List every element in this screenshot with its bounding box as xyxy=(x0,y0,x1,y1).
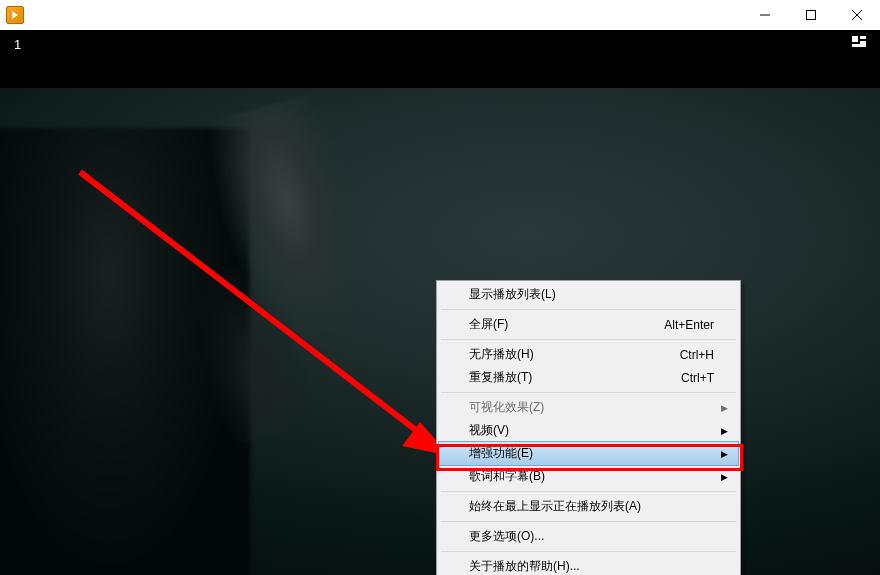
menu-item-label: 视频(V) xyxy=(469,422,714,439)
menu-item-shortcut: Ctrl+H xyxy=(680,348,714,362)
svg-rect-5 xyxy=(860,36,866,39)
svg-rect-1 xyxy=(807,11,816,20)
submenu-arrow-icon: ▶ xyxy=(721,472,728,482)
titlebar xyxy=(0,0,880,30)
menu-item-label: 始终在最上显示正在播放列表(A) xyxy=(469,498,714,515)
menu-item[interactable]: 始终在最上显示正在播放列表(A) xyxy=(439,495,738,518)
menu-item-label: 全屏(F) xyxy=(469,316,664,333)
window-controls xyxy=(742,0,880,30)
menu-item-shortcut: Ctrl+T xyxy=(681,371,714,385)
submenu-arrow-icon: ▶ xyxy=(721,403,728,413)
menu-item-label: 显示播放列表(L) xyxy=(469,286,714,303)
menu-item-label: 重复播放(T) xyxy=(469,369,681,386)
menu-item[interactable]: 视频(V)▶ xyxy=(439,419,738,442)
app-icon xyxy=(6,6,24,24)
menu-item-label: 歌词和字幕(B) xyxy=(469,468,714,485)
menu-item[interactable]: 全屏(F)Alt+Enter xyxy=(439,313,738,336)
menu-separator xyxy=(441,392,736,393)
menu-item-label: 关于播放的帮助(H)... xyxy=(469,558,714,575)
menu-item: 可视化效果(Z)▶ xyxy=(439,396,738,419)
menu-item-shortcut: Alt+Enter xyxy=(664,318,714,332)
menu-item[interactable]: 重复播放(T)Ctrl+T xyxy=(439,366,738,389)
menu-item-label: 增强功能(E) xyxy=(469,445,714,462)
submenu-arrow-icon: ▶ xyxy=(721,426,728,436)
menu-item[interactable]: 无序播放(H)Ctrl+H xyxy=(439,343,738,366)
now-playing-label: 1 xyxy=(14,37,21,52)
menu-item[interactable]: 更多选项(O)... xyxy=(439,525,738,548)
close-button[interactable] xyxy=(834,0,880,30)
video-title-bar: 1 xyxy=(0,30,880,58)
submenu-arrow-icon: ▶ xyxy=(721,449,728,459)
menu-item-label: 无序播放(H) xyxy=(469,346,680,363)
menu-separator xyxy=(441,491,736,492)
svg-rect-6 xyxy=(860,41,866,44)
maximize-button[interactable] xyxy=(788,0,834,30)
view-toggle-icon[interactable] xyxy=(852,36,866,53)
menu-separator xyxy=(441,551,736,552)
svg-rect-4 xyxy=(852,36,858,42)
svg-rect-7 xyxy=(852,44,866,47)
menu-separator xyxy=(441,521,736,522)
context-menu: 显示播放列表(L)全屏(F)Alt+Enter无序播放(H)Ctrl+H重复播放… xyxy=(436,280,741,575)
menu-separator xyxy=(441,339,736,340)
menu-item[interactable]: 显示播放列表(L) xyxy=(439,283,738,306)
minimize-button[interactable] xyxy=(742,0,788,30)
menu-item[interactable]: 增强功能(E)▶ xyxy=(439,442,738,465)
menu-separator xyxy=(441,309,736,310)
menu-item[interactable]: 关于播放的帮助(H)... xyxy=(439,555,738,575)
menu-item-label: 更多选项(O)... xyxy=(469,528,714,545)
menu-item[interactable]: 歌词和字幕(B)▶ xyxy=(439,465,738,488)
menu-item-label: 可视化效果(Z) xyxy=(469,399,714,416)
